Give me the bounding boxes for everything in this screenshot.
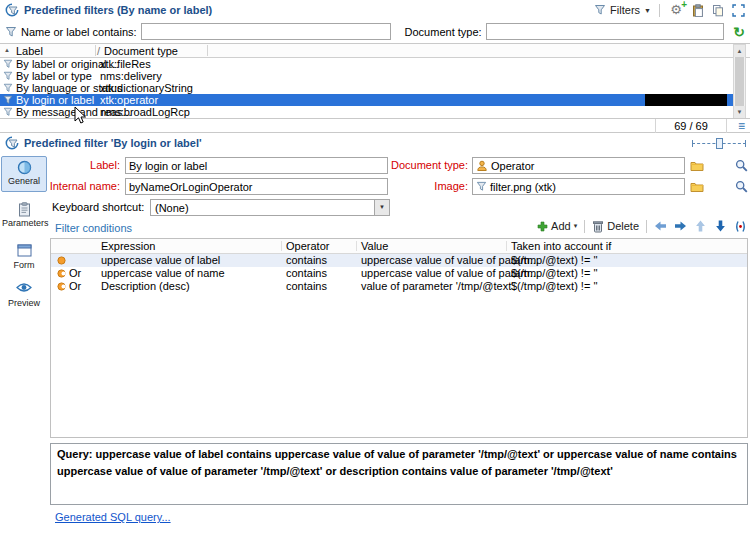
caret-down-icon: ▾ (574, 222, 578, 230)
filter-icon (3, 95, 13, 105)
condition-row[interactable]: Or uppercase value of name contains uppe… (51, 267, 747, 280)
list-row[interactable]: By message and reas... nms:broadLogRcp (0, 106, 733, 118)
doctype-filter-label: Document type: (405, 26, 482, 38)
paste-icon[interactable] (692, 4, 704, 17)
column-divider (356, 241, 357, 251)
conditions-header[interactable]: Expression Operator Value Taken into acc… (51, 239, 747, 254)
column-divider (506, 241, 507, 251)
column-divider[interactable] (95, 45, 96, 56)
predefined-filter-icon (5, 136, 19, 150)
tab-form[interactable]: Form (1, 240, 47, 274)
configure-icon[interactable]: ⚙ + (668, 2, 684, 18)
inline-edit-cell[interactable] (645, 94, 727, 106)
doctype-caption: Document type: (378, 157, 468, 174)
sort-asc-icon: ▲ (4, 47, 10, 53)
zoom-slider[interactable] (692, 137, 746, 150)
name-filter-label: Name or label contains: (21, 26, 137, 38)
list-row[interactable]: By label or original ... xtk:fileRes (0, 58, 733, 70)
filter-icon (5, 26, 17, 38)
scroll-down-button[interactable]: ▼ (734, 106, 745, 118)
internal-name-caption: Internal name: (30, 178, 120, 195)
refresh-icon[interactable]: ↻ (733, 24, 745, 40)
filters-button[interactable]: Filters ▼ (594, 4, 651, 16)
label-field[interactable] (125, 157, 388, 174)
filter-icon (3, 59, 13, 69)
doctype-folder-button[interactable] (689, 158, 705, 173)
shortcut-caption: Keyboard shortcut: (52, 199, 144, 216)
toolbar-separator (646, 220, 647, 233)
toolbar-separator (584, 220, 585, 233)
window-icon (16, 244, 32, 259)
doctype-field[interactable]: Operator (472, 157, 685, 174)
image-folder-button[interactable] (689, 179, 705, 194)
list-menu-icon[interactable]: ≡ (738, 119, 745, 133)
top-header: Predefined filters (By name or label) Fi… (0, 0, 750, 20)
expand-icon[interactable] (732, 4, 745, 17)
condition-icon (57, 256, 66, 265)
mouse-cursor-icon (74, 106, 87, 127)
slider-handle[interactable] (716, 138, 723, 149)
operator-icon (476, 160, 488, 172)
condition-row[interactable]: uppercase value of label contains upperc… (51, 254, 747, 267)
add-config-icon: + (681, 0, 687, 10)
doctype-search-button[interactable] (733, 158, 749, 173)
caret-down-icon: ▼ (644, 7, 651, 14)
toolbar-separator (659, 4, 660, 17)
delete-button[interactable]: Delete (592, 220, 639, 233)
column-divider[interactable] (207, 45, 208, 56)
list-header[interactable]: ▲ Label / Document type (0, 44, 750, 58)
or-join-icon (57, 282, 66, 291)
copy-icon[interactable] (712, 4, 724, 17)
tab-form-label: Form (14, 260, 35, 270)
internal-name-field[interactable] (125, 178, 388, 195)
list-scrollbar[interactable]: ▲ ▼ (733, 44, 746, 119)
shortcut-dropdown[interactable]: (None) ▼ (150, 199, 390, 216)
move-up-button[interactable] (694, 220, 707, 232)
clipboard-icon (16, 202, 32, 217)
move-left-button[interactable] (654, 220, 667, 232)
query-summary: Query: uppercase value of label contains… (50, 443, 748, 505)
group-parentheses-icon[interactable] (734, 220, 747, 233)
top-toolbar: Filters ▼ ⚙ + (594, 0, 745, 20)
tab-preview[interactable]: Preview (1, 278, 47, 312)
tab-parameters-label: Parameters (2, 218, 49, 228)
add-button-label: Add (551, 220, 571, 232)
move-right-button[interactable] (674, 220, 687, 232)
col-expression[interactable]: Expression (101, 240, 155, 252)
filter-icon (476, 181, 487, 192)
column-header-doctype[interactable]: Document type (104, 45, 178, 57)
filter-icon (594, 4, 606, 16)
col-taken[interactable]: Taken into account if (511, 240, 611, 252)
list-row[interactable]: By language or status xtk:dictionaryStri… (0, 82, 733, 94)
column-header-label[interactable]: Label (16, 45, 43, 57)
filter-icon (3, 83, 13, 93)
filters-button-label: Filters (610, 4, 640, 16)
caret-down-icon[interactable]: ▼ (374, 200, 389, 215)
list-row-selected[interactable]: By login or label xtk:operator (0, 94, 733, 106)
list-title: Predefined filters (By name or label) (24, 4, 212, 16)
add-button[interactable]: Add ▾ (537, 220, 577, 232)
tab-parameters[interactable]: Parameters (1, 198, 47, 234)
col-value[interactable]: Value (361, 240, 388, 252)
condition-row[interactable]: Or Description (desc) contains value of … (51, 280, 747, 293)
label-caption: Label: (30, 157, 120, 174)
scroll-up-button[interactable]: ▲ (734, 45, 745, 57)
tab-preview-label: Preview (8, 298, 40, 308)
name-filter-input[interactable] (141, 23, 391, 40)
eye-icon (16, 282, 32, 297)
record-count: 69 / 69 (655, 119, 727, 133)
col-operator[interactable]: Operator (286, 240, 329, 252)
image-field[interactable]: filter.png (xtk) (472, 178, 685, 195)
move-down-button[interactable] (714, 220, 727, 232)
slider-end (745, 140, 746, 147)
conditions-title: Filter conditions (55, 222, 132, 234)
image-search-button[interactable] (733, 179, 749, 194)
conditions-toolbar: Add ▾ Delete (537, 218, 747, 234)
list-row[interactable]: By label or type nms:delivery (0, 70, 733, 82)
or-join-icon (57, 269, 66, 278)
doctype-filter-input[interactable] (486, 23, 725, 40)
generated-sql-link[interactable]: Generated SQL query... (55, 511, 171, 523)
scrollbar-thumb[interactable] (735, 57, 744, 106)
detail-header: Predefined filter 'By login or label' (0, 134, 750, 152)
conditions-table: Expression Operator Value Taken into acc… (50, 238, 748, 438)
